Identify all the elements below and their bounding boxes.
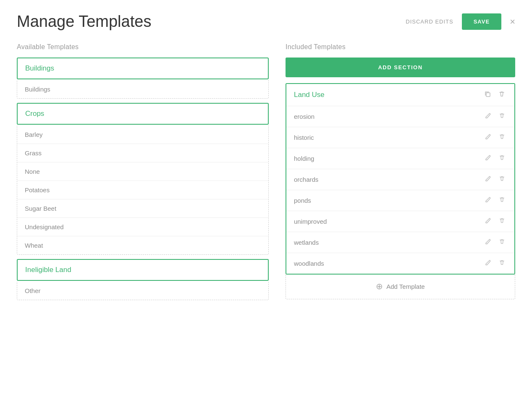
included-item: wetlands <box>286 232 514 253</box>
included-items-list: erosion historic holding orchards ponds … <box>286 106 514 274</box>
add-template-label: Add Template <box>386 283 425 290</box>
svg-rect-0 <box>486 93 490 97</box>
close-button[interactable]: × <box>510 17 515 26</box>
included-item-label: erosion <box>294 113 314 120</box>
pencil-icon <box>485 175 491 182</box>
pencil-icon <box>485 154 491 161</box>
group-items: Other <box>17 282 269 300</box>
included-item-label: historic <box>294 134 314 141</box>
list-item[interactable]: Sugar Beet <box>17 199 268 218</box>
edit-item-button[interactable] <box>483 133 493 142</box>
pencil-icon <box>485 133 491 140</box>
copy-section-button[interactable] <box>482 90 493 100</box>
delete-section-button[interactable] <box>497 90 507 100</box>
delete-item-button[interactable] <box>497 133 507 142</box>
item-icons <box>483 217 507 226</box>
included-item-label: ponds <box>294 197 311 204</box>
list-item[interactable]: Wheat <box>17 236 268 254</box>
template-group: CropsBarleyGrassNonePotatoesSugar BeetUn… <box>17 103 269 255</box>
edit-item-button[interactable] <box>483 112 493 121</box>
page-title: Manage Templates <box>17 13 151 31</box>
pencil-icon <box>485 196 491 203</box>
delete-item-button[interactable] <box>497 196 507 205</box>
available-templates-panel: Available Templates BuildingsBuildingsCr… <box>17 43 269 304</box>
included-item: holding <box>286 148 514 169</box>
copy-icon <box>484 91 491 97</box>
edit-item-button[interactable] <box>483 217 493 226</box>
pencil-icon <box>485 259 491 266</box>
group-header[interactable]: Crops <box>17 103 269 125</box>
edit-item-button[interactable] <box>483 154 493 163</box>
included-item-label: orchards <box>294 176 318 183</box>
included-heading: Included Templates <box>286 43 515 51</box>
pencil-icon <box>485 113 491 119</box>
trash-icon <box>499 175 505 182</box>
group-header[interactable]: Buildings <box>17 58 269 79</box>
discard-button[interactable]: DISCARD EDITS <box>406 18 453 25</box>
trash-icon <box>499 259 505 266</box>
save-button[interactable]: SAVE <box>462 13 501 30</box>
item-icons <box>483 133 507 142</box>
included-templates-panel: Included Templates ADD SECTION Land Use <box>286 43 515 304</box>
delete-item-button[interactable] <box>497 217 507 226</box>
trash-icon <box>499 196 505 203</box>
section-header-icons <box>482 90 507 100</box>
template-group: BuildingsBuildings <box>17 58 269 99</box>
delete-item-button[interactable] <box>497 154 507 163</box>
add-section-button[interactable]: ADD SECTION <box>286 58 515 77</box>
edit-item-button[interactable] <box>483 196 493 205</box>
included-item: woodlands <box>286 253 514 274</box>
included-item-label: wetlands <box>294 239 319 246</box>
item-icons <box>483 112 507 121</box>
edit-item-button[interactable] <box>483 238 493 247</box>
delete-item-button[interactable] <box>497 175 507 184</box>
add-template-row: ⊕ Add Template <box>286 274 515 299</box>
trash-icon <box>499 154 505 161</box>
item-icons <box>483 196 507 205</box>
list-item[interactable]: None <box>17 162 268 181</box>
pencil-icon <box>485 238 491 245</box>
item-icons <box>483 154 507 163</box>
item-icons <box>483 238 507 247</box>
included-item: unimproved <box>286 211 514 232</box>
list-item[interactable]: Buildings <box>17 80 268 98</box>
included-item: ponds <box>286 190 514 211</box>
included-item-label: holding <box>294 155 314 162</box>
trash-icon <box>498 91 505 97</box>
edit-item-button[interactable] <box>483 175 493 184</box>
included-item-label: woodlands <box>294 260 324 267</box>
trash-icon <box>499 133 505 140</box>
page-header: Manage Templates DISCARD EDITS SAVE × <box>17 13 515 31</box>
available-heading: Available Templates <box>17 43 269 51</box>
list-item[interactable]: Other <box>17 282 268 300</box>
list-item[interactable]: Grass <box>17 144 268 162</box>
item-icons <box>483 175 507 184</box>
edit-item-button[interactable] <box>483 259 493 268</box>
included-section-title: Land Use <box>294 91 325 99</box>
main-columns: Available Templates BuildingsBuildingsCr… <box>17 43 515 304</box>
header-actions: DISCARD EDITS SAVE × <box>406 13 515 30</box>
included-section-header: Land Use <box>286 84 514 106</box>
template-group: Ineligible LandOther <box>17 259 269 300</box>
add-template-plus-icon: ⊕ <box>376 281 383 291</box>
delete-item-button[interactable] <box>497 112 507 121</box>
included-item: erosion <box>286 106 514 127</box>
trash-icon <box>499 238 505 245</box>
pencil-icon <box>485 217 491 224</box>
included-item: historic <box>286 127 514 148</box>
included-item: orchards <box>286 169 514 190</box>
delete-item-button[interactable] <box>497 259 507 268</box>
item-icons <box>483 259 507 268</box>
included-item-label: unimproved <box>294 218 327 225</box>
group-items: Buildings <box>17 80 269 99</box>
trash-icon <box>499 113 505 119</box>
delete-item-button[interactable] <box>497 238 507 247</box>
group-items: BarleyGrassNonePotatoesSugar BeetUndesig… <box>17 126 269 255</box>
list-item[interactable]: Potatoes <box>17 181 268 199</box>
list-item[interactable]: Barley <box>17 126 268 144</box>
list-item[interactable]: Undesignated <box>17 218 268 236</box>
add-template-button[interactable]: ⊕ Add Template <box>294 281 507 291</box>
trash-icon <box>499 217 505 224</box>
group-header[interactable]: Ineligible Land <box>17 259 269 281</box>
included-section: Land Use erosion <box>286 83 515 275</box>
